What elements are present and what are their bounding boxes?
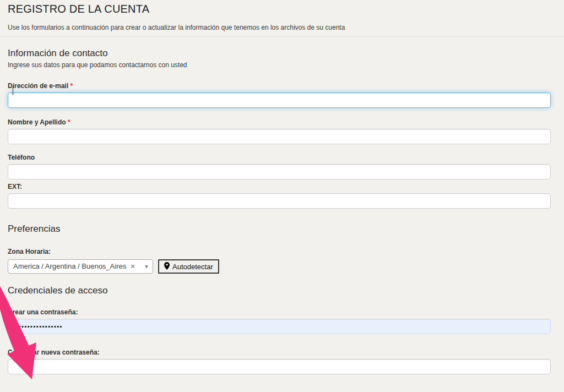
page-intro: Use los formularios a continuación para …	[8, 24, 551, 31]
phone-input[interactable]	[8, 164, 551, 179]
timezone-label: Zona Horaria:	[8, 248, 551, 255]
autodetect-button[interactable]: Autodetectar	[158, 259, 219, 274]
contact-section: Información de contacto Ingrese sus dato…	[8, 48, 551, 209]
password-label: Crear una contraseña:	[8, 308, 551, 316]
email-label: Dirección de e-mail *	[8, 82, 551, 90]
confirm-password-input[interactable]	[8, 359, 551, 374]
text-caret	[13, 86, 13, 95]
credentials-section: Credenciales de acceso Crear una contras…	[8, 285, 551, 374]
phone-label: Teléfono	[8, 154, 551, 161]
clear-selection-icon[interactable]: ×	[129, 260, 137, 273]
contact-section-subtitle: Ingrese sus datos para que podamos conta…	[8, 61, 551, 69]
registration-form: REGISTRO DE LA CUENTA Use los formulario…	[0, 3, 564, 392]
page-title: REGISTRO DE LA CUENTA	[8, 3, 551, 15]
name-label: Nombre y Apellido *	[8, 118, 551, 126]
name-field-group: Nombre y Apellido *	[8, 118, 551, 144]
phone-field-group: Teléfono	[8, 154, 551, 179]
required-asterisk: *	[68, 118, 70, 126]
confirm-password-label: Confirmar nueva contraseña:	[8, 349, 551, 356]
confirm-password-field-group: Confirmar nueva contraseña:	[8, 349, 551, 374]
top-divider	[0, 36, 564, 37]
location-pin-icon	[164, 262, 170, 271]
credentials-section-title: Credenciales de acceso	[8, 285, 551, 296]
contact-section-title: Información de contacto	[8, 48, 551, 59]
autodetect-button-label: Autodetectar	[172, 263, 213, 271]
preferences-section: Preferencias Zona Horaria: America / Arg…	[8, 224, 551, 274]
preferences-section-title: Preferencias	[8, 224, 551, 235]
email-input[interactable]	[8, 92, 551, 108]
password-input[interactable]	[8, 319, 551, 334]
chevron-down-icon[interactable]: ▾	[145, 260, 148, 273]
ext-label: EXT:	[8, 183, 551, 190]
email-field-group: Dirección de e-mail *	[8, 82, 551, 108]
required-asterisk: *	[70, 82, 73, 90]
name-input[interactable]	[8, 129, 551, 144]
ext-field-group: EXT:	[8, 183, 551, 209]
timezone-select[interactable]: America / Argentina / Buenos_Aires × ▾	[8, 259, 153, 274]
ext-input[interactable]	[8, 193, 551, 209]
timezone-row: America / Argentina / Buenos_Aires × ▾ A…	[8, 259, 551, 274]
password-field-group: Crear una contraseña:	[8, 308, 551, 334]
